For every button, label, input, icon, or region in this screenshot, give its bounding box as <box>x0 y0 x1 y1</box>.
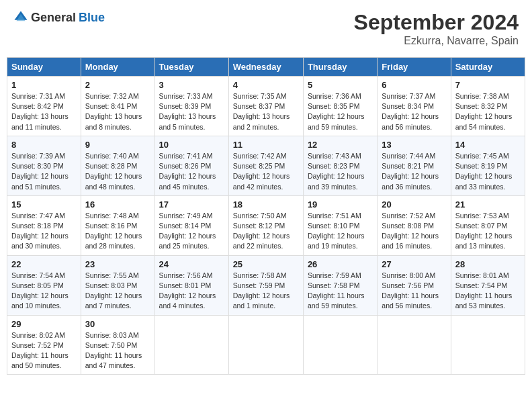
calendar-cell <box>451 315 525 375</box>
calendar-cell: 2Sunrise: 7:32 AMSunset: 8:41 PMDaylight… <box>81 77 154 136</box>
day-info: Sunrise: 7:39 AMSunset: 8:30 PMDaylight:… <box>11 151 77 192</box>
day-info: Sunrise: 7:47 AMSunset: 8:18 PMDaylight:… <box>11 211 77 252</box>
calendar-cell: 25Sunrise: 7:58 AMSunset: 7:59 PMDayligh… <box>228 255 303 315</box>
day-info: Sunrise: 7:44 AMSunset: 8:21 PMDaylight:… <box>382 151 446 192</box>
calendar-cell: 24Sunrise: 7:56 AMSunset: 8:01 PMDayligh… <box>154 255 228 315</box>
calendar-week-2: 8Sunrise: 7:39 AMSunset: 8:30 PMDaylight… <box>7 136 525 195</box>
logo: GeneralBlue <box>13 10 105 25</box>
day-number: 19 <box>308 199 373 210</box>
calendar-cell <box>378 315 451 375</box>
day-number: 23 <box>85 259 150 269</box>
day-number: 3 <box>159 80 224 90</box>
day-info: Sunrise: 7:45 AMSunset: 8:19 PMDaylight:… <box>455 151 521 192</box>
day-number: 5 <box>308 80 373 90</box>
calendar-week-1: 1Sunrise: 7:31 AMSunset: 8:42 PMDaylight… <box>7 77 525 136</box>
calendar-cell: 14Sunrise: 7:45 AMSunset: 8:19 PMDayligh… <box>451 136 525 195</box>
day-number: 1 <box>11 80 77 90</box>
day-info: Sunrise: 7:51 AMSunset: 8:10 PMDaylight:… <box>308 211 373 252</box>
location-title: Ezkurra, Navarre, Spain <box>354 35 519 47</box>
day-number: 12 <box>308 140 373 150</box>
day-info: Sunrise: 7:38 AMSunset: 8:32 PMDaylight:… <box>455 91 521 132</box>
calendar-cell: 15Sunrise: 7:47 AMSunset: 8:18 PMDayligh… <box>7 195 81 255</box>
day-info: Sunrise: 7:55 AMSunset: 8:03 PMDaylight:… <box>85 271 150 312</box>
calendar-cell: 5Sunrise: 7:36 AMSunset: 8:35 PMDaylight… <box>303 77 377 136</box>
calendar-cell: 6Sunrise: 7:37 AMSunset: 8:34 PMDaylight… <box>378 77 451 136</box>
day-info: Sunrise: 7:36 AMSunset: 8:35 PMDaylight:… <box>308 91 373 132</box>
day-number: 17 <box>159 199 224 210</box>
day-info: Sunrise: 7:56 AMSunset: 8:01 PMDaylight:… <box>159 271 224 312</box>
day-info: Sunrise: 8:01 AMSunset: 7:54 PMDaylight:… <box>455 271 521 312</box>
day-info: Sunrise: 7:59 AMSunset: 7:58 PMDaylight:… <box>308 271 373 312</box>
calendar-cell: 20Sunrise: 7:52 AMSunset: 8:08 PMDayligh… <box>378 195 451 255</box>
day-number: 24 <box>159 259 224 269</box>
day-header-sunday: Sunday <box>7 58 81 77</box>
day-number: 22 <box>11 259 77 269</box>
calendar-cell: 8Sunrise: 7:39 AMSunset: 8:30 PMDaylight… <box>7 136 81 195</box>
day-info: Sunrise: 8:02 AMSunset: 7:52 PMDaylight:… <box>11 330 77 371</box>
logo-blue: Blue <box>79 11 105 25</box>
calendar-cell: 30Sunrise: 8:03 AMSunset: 7:50 PMDayligh… <box>81 315 154 375</box>
day-header-saturday: Saturday <box>451 58 525 77</box>
calendar-cell: 22Sunrise: 7:54 AMSunset: 8:05 PMDayligh… <box>7 255 81 315</box>
day-number: 30 <box>85 319 150 329</box>
calendar-cell: 26Sunrise: 7:59 AMSunset: 7:58 PMDayligh… <box>303 255 377 315</box>
day-info: Sunrise: 8:00 AMSunset: 7:56 PMDaylight:… <box>382 271 446 312</box>
calendar-cell: 3Sunrise: 7:33 AMSunset: 8:39 PMDaylight… <box>154 77 228 136</box>
calendar-cell: 19Sunrise: 7:51 AMSunset: 8:10 PMDayligh… <box>303 195 377 255</box>
day-number: 28 <box>455 259 521 269</box>
day-number: 9 <box>85 140 150 150</box>
calendar-header-row: SundayMondayTuesdayWednesdayThursdayFrid… <box>7 58 525 77</box>
calendar-cell: 27Sunrise: 8:00 AMSunset: 7:56 PMDayligh… <box>378 255 451 315</box>
day-number: 6 <box>382 80 446 90</box>
day-number: 13 <box>382 140 446 150</box>
day-info: Sunrise: 8:03 AMSunset: 7:50 PMDaylight:… <box>85 330 150 371</box>
day-info: Sunrise: 7:42 AMSunset: 8:25 PMDaylight:… <box>233 151 299 192</box>
day-header-monday: Monday <box>81 58 154 77</box>
day-number: 7 <box>455 80 521 90</box>
calendar-cell: 10Sunrise: 7:41 AMSunset: 8:26 PMDayligh… <box>154 136 228 195</box>
day-info: Sunrise: 7:32 AMSunset: 8:41 PMDaylight:… <box>85 91 150 132</box>
day-info: Sunrise: 7:54 AMSunset: 8:05 PMDaylight:… <box>11 271 77 312</box>
calendar-week-4: 22Sunrise: 7:54 AMSunset: 8:05 PMDayligh… <box>7 255 525 315</box>
day-number: 2 <box>85 80 150 90</box>
day-info: Sunrise: 7:33 AMSunset: 8:39 PMDaylight:… <box>159 91 224 132</box>
logo-general: General <box>31 11 76 25</box>
day-info: Sunrise: 7:40 AMSunset: 8:28 PMDaylight:… <box>85 151 150 192</box>
calendar-cell: 12Sunrise: 7:43 AMSunset: 8:23 PMDayligh… <box>303 136 377 195</box>
calendar-cell <box>303 315 377 375</box>
day-info: Sunrise: 7:52 AMSunset: 8:08 PMDaylight:… <box>382 211 446 252</box>
calendar-cell: 29Sunrise: 8:02 AMSunset: 7:52 PMDayligh… <box>7 315 81 375</box>
day-info: Sunrise: 7:53 AMSunset: 8:07 PMDaylight:… <box>455 211 521 252</box>
day-number: 15 <box>11 199 77 210</box>
day-info: Sunrise: 7:41 AMSunset: 8:26 PMDaylight:… <box>159 151 224 192</box>
day-number: 11 <box>233 140 299 150</box>
calendar-cell: 16Sunrise: 7:48 AMSunset: 8:16 PMDayligh… <box>81 195 154 255</box>
day-info: Sunrise: 7:49 AMSunset: 8:14 PMDaylight:… <box>159 211 224 252</box>
calendar-cell: 17Sunrise: 7:49 AMSunset: 8:14 PMDayligh… <box>154 195 228 255</box>
calendar-cell: 7Sunrise: 7:38 AMSunset: 8:32 PMDaylight… <box>451 77 525 136</box>
calendar-cell <box>228 315 303 375</box>
day-info: Sunrise: 7:35 AMSunset: 8:37 PMDaylight:… <box>233 91 299 132</box>
calendar-table: SundayMondayTuesdayWednesdayThursdayFrid… <box>7 57 525 375</box>
calendar-cell: 18Sunrise: 7:50 AMSunset: 8:12 PMDayligh… <box>228 195 303 255</box>
calendar-week-3: 15Sunrise: 7:47 AMSunset: 8:18 PMDayligh… <box>7 195 525 255</box>
day-number: 20 <box>382 199 446 210</box>
title-block: September 2024 Ezkurra, Navarre, Spain <box>354 10 519 47</box>
day-number: 8 <box>11 140 77 150</box>
day-header-tuesday: Tuesday <box>154 58 228 77</box>
day-info: Sunrise: 7:31 AMSunset: 8:42 PMDaylight:… <box>11 91 77 132</box>
day-number: 18 <box>233 199 299 210</box>
day-info: Sunrise: 7:58 AMSunset: 7:59 PMDaylight:… <box>233 271 299 312</box>
day-header-wednesday: Wednesday <box>228 58 303 77</box>
calendar-cell: 21Sunrise: 7:53 AMSunset: 8:07 PMDayligh… <box>451 195 525 255</box>
logo-icon <box>13 10 28 25</box>
day-number: 16 <box>85 199 150 210</box>
day-info: Sunrise: 7:50 AMSunset: 8:12 PMDaylight:… <box>233 211 299 252</box>
day-header-friday: Friday <box>378 58 451 77</box>
calendar-cell: 1Sunrise: 7:31 AMSunset: 8:42 PMDaylight… <box>7 77 81 136</box>
calendar-cell: 4Sunrise: 7:35 AMSunset: 8:37 PMDaylight… <box>228 77 303 136</box>
calendar-cell <box>154 315 228 375</box>
day-number: 29 <box>11 319 77 329</box>
day-number: 21 <box>455 199 521 210</box>
calendar-cell: 28Sunrise: 8:01 AMSunset: 7:54 PMDayligh… <box>451 255 525 315</box>
